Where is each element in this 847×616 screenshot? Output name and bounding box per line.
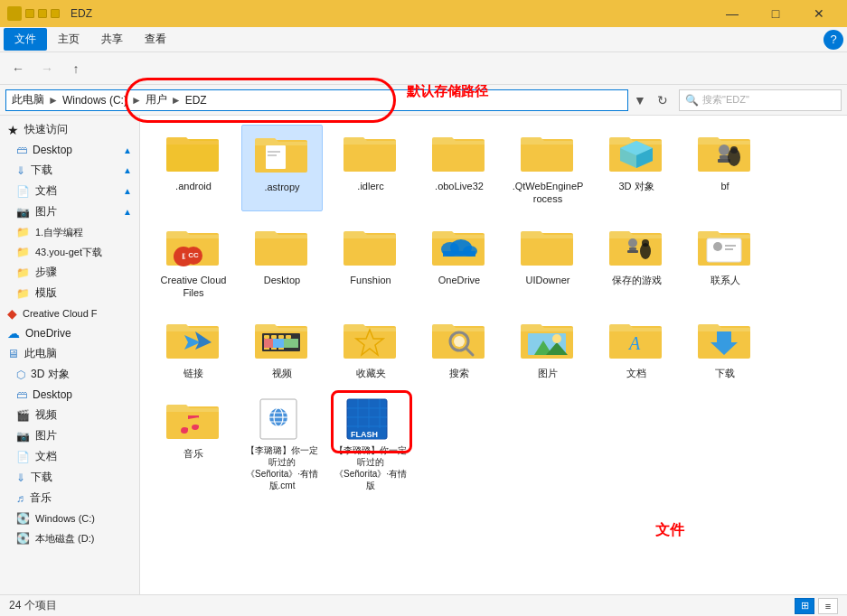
address-field[interactable]: 此电脑 ► Windows (C:) ► 用户 ► EDZ (5, 89, 628, 111)
folder-documents[interactable]: A 文档 (596, 312, 677, 385)
folder-astropy[interactable]: .astropy (241, 125, 323, 211)
title-bar-title: EDZ (71, 7, 92, 20)
menu-home[interactable]: 主页 (47, 28, 90, 51)
sidebar-item-thispc[interactable]: 🖥 此电脑 (0, 343, 139, 364)
svg-rect-30 (629, 247, 636, 250)
sidebar-pc-pics-label: 图片 (35, 428, 57, 443)
annotation-file-label: 文件 (655, 521, 684, 540)
back-button[interactable]: ← (5, 56, 31, 81)
folder-favorites[interactable]: 收藏夹 (330, 312, 411, 385)
folder-bf[interactable]: bf (684, 125, 766, 211)
folder-3d[interactable]: 3D 对象 (596, 125, 677, 211)
up-button[interactable]: ↑ (63, 56, 89, 81)
breadcrumb-user[interactable]: 用户 (146, 92, 167, 107)
folder-android-icon (166, 130, 221, 176)
svg-rect-53 (284, 339, 298, 348)
folder-contacts-label: 联系人 (711, 274, 740, 286)
sidebar-pc-d[interactable]: 💽 本地磁盘 (D:) (0, 528, 139, 548)
sidebar-item-selflearn[interactable]: 📁 1.自学编程 (0, 222, 139, 242)
sidebar-item-cc[interactable]: ◆ Creative Cloud F (0, 303, 139, 323)
sidebar-desktop-label: Desktop (33, 144, 72, 156)
sidebar-pc-pics[interactable]: 📷 图片 (0, 425, 139, 446)
folder-downloads[interactable]: 下载 (684, 312, 766, 385)
folder-onedrive[interactable]: OneDrive (419, 219, 500, 305)
svg-rect-47 (286, 335, 291, 339)
breadcrumb-pc[interactable]: 此电脑 (12, 92, 44, 107)
folder-android[interactable]: .android (153, 125, 234, 211)
folder-savedgames[interactable]: 保存的游戏 (596, 219, 677, 305)
svg-rect-45 (271, 335, 277, 339)
drive-icon: 💽 (16, 512, 30, 525)
quick-access-btn3[interactable] (51, 9, 60, 18)
help-button[interactable]: ? (823, 30, 843, 50)
sidebar-pc-docs[interactable]: 📄 文档 (0, 446, 139, 467)
folder-contacts[interactable]: 联系人 (684, 219, 766, 305)
folder-astropy-icon (255, 131, 309, 177)
view-large-icons[interactable]: ⊞ (795, 598, 814, 614)
file-flash[interactable]: FLASH 【李璐璐】你一定听过的《Señorita》·有情版 (330, 392, 411, 497)
folder-3d-label: 3D 对象 (618, 180, 654, 192)
sidebar-pc-download[interactable]: ⇓ 下载 (0, 467, 139, 488)
sidebar-pc-music[interactable]: ♬ 音乐 (0, 488, 139, 509)
sidebar-pc-desktop[interactable]: 🗃 Desktop (0, 385, 139, 405)
svg-rect-15 (720, 155, 729, 159)
sidebar-item-template[interactable]: 📁 模版 (0, 283, 139, 303)
pin-icon: ▲ (123, 145, 132, 155)
menu-file[interactable]: 文件 (4, 28, 47, 51)
folder-cc[interactable]: ⏸ CC Creative Cloud Files (153, 219, 234, 305)
folder-desktop[interactable]: Desktop (241, 219, 323, 305)
3d-icon: ⬡ (16, 369, 25, 381)
sidebar-item-pics[interactable]: 📷 图片 ▲ (0, 201, 139, 222)
folder-icon-youget: 📁 (16, 246, 30, 258)
desktop-icon2: 🗃 (16, 388, 27, 401)
close-button[interactable]: ✕ (798, 0, 840, 27)
folder-obolive-icon (432, 130, 486, 176)
menu-view[interactable]: 查看 (134, 28, 177, 51)
file-cmt[interactable]: 【李璐璐】你一定听过的《Señorita》·有情版.cmt (241, 392, 323, 497)
toolbar: ← → ↑ (0, 52, 847, 85)
sidebar-download-label: 下载 (31, 163, 52, 178)
folder-links[interactable]: 链接 (153, 312, 234, 385)
breadcrumb-edz[interactable]: EDZ (185, 94, 207, 107)
sidebar-item-docs[interactable]: 📄 文档 ▲ (0, 181, 139, 201)
sidebar-pc-video[interactable]: 🎬 视频 (0, 405, 139, 425)
sidebar-item-desktop[interactable]: 🗃 Desktop ▲ (0, 140, 139, 160)
maximize-button[interactable]: □ (755, 0, 796, 27)
quick-access-btn[interactable] (25, 9, 34, 18)
refresh-button[interactable]: ↻ (650, 88, 675, 113)
view-details[interactable]: ≡ (818, 598, 838, 614)
forward-button[interactable]: → (34, 56, 60, 81)
folder-qtwebengine-label: .QtWebEngineProcess (511, 180, 585, 206)
folder-pictures[interactable]: 图片 (507, 312, 588, 385)
folder-uidowner[interactable]: UIDowner (507, 219, 588, 305)
folder-idlerc[interactable]: .idlerc (330, 125, 411, 211)
svg-rect-5 (268, 154, 277, 156)
svg-rect-44 (264, 335, 269, 339)
sidebar-pc-docs-label: 文档 (35, 449, 57, 464)
minimize-button[interactable]: — (711, 0, 753, 27)
folder-search[interactable]: 搜索 (419, 312, 500, 385)
sidebar-item-download[interactable]: ⇓ 下载 ▲ (0, 160, 139, 181)
sidebar-pc-winc[interactable]: 💽 Windows (C:) (0, 509, 139, 528)
menu-share[interactable]: 共享 (90, 28, 134, 51)
quick-access-btn2[interactable] (38, 9, 47, 18)
sidebar-item-youget[interactable]: 📁 43.you-get下载 (0, 242, 139, 262)
folder-qtwebengine[interactable]: .QtWebEngineProcess (507, 125, 588, 211)
address-dropdown-button[interactable]: ▼ (632, 88, 648, 113)
folder-music[interactable]: 音乐 (153, 392, 234, 497)
sidebar-item-onedrive[interactable]: ☁ OneDrive (0, 323, 139, 343)
pics-icon2: 📷 (16, 430, 30, 443)
folder-obolive[interactable]: .oboLive32 (419, 125, 500, 211)
sidebar-item-steps[interactable]: 📁 步骤 (0, 262, 139, 283)
search-box[interactable]: 🔍 搜索"EDZ" (679, 89, 842, 111)
folder-downloads-label: 下载 (715, 367, 735, 379)
folder-video[interactable]: 视频 (241, 312, 323, 385)
download-icon: ⇓ (16, 164, 25, 177)
cc-symbol: CC (184, 247, 202, 265)
folder-idlerc-icon (344, 130, 398, 176)
folder-funshion[interactable]: Funshion (330, 219, 411, 305)
breadcrumb-c[interactable]: Windows (C:) (62, 94, 127, 107)
sidebar-quickaccess[interactable]: ★ 快速访问 (0, 119, 139, 140)
sidebar-item-3d[interactable]: ⬡ 3D 对象 (0, 364, 139, 385)
sidebar-pc-video-label: 视频 (35, 407, 57, 423)
